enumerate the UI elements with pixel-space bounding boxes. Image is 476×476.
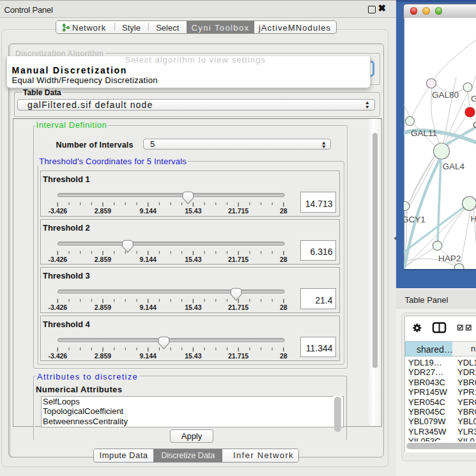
svg-text:9.144: 9.144 <box>139 207 156 215</box>
svg-text:GAL80: GAL80 <box>432 89 459 99</box>
svg-text:21.715: 21.715 <box>228 351 249 359</box>
svg-text:9.144: 9.144 <box>139 303 156 311</box>
svg-text:GA: GA <box>471 93 476 103</box>
svg-text:-3.426: -3.426 <box>48 207 67 215</box>
svg-text:9.144: 9.144 <box>139 351 156 359</box>
svg-text:21.715: 21.715 <box>228 207 249 215</box>
svg-text:-3.426: -3.426 <box>48 351 67 359</box>
svg-text:2.859: 2.859 <box>94 351 111 359</box>
svg-text:15.43: 15.43 <box>185 351 201 359</box>
svg-text:21.715: 21.715 <box>228 303 249 311</box>
svg-text:28: 28 <box>279 255 287 263</box>
svg-text:2.859: 2.859 <box>94 303 111 311</box>
svg-text:28: 28 <box>279 303 287 311</box>
svg-text:C: C <box>473 119 476 129</box>
svg-text:GAL11: GAL11 <box>411 128 437 137</box>
svg-text:GCY1: GCY1 <box>404 214 426 224</box>
svg-text:2.859: 2.859 <box>94 207 111 215</box>
svg-text:28: 28 <box>279 207 287 215</box>
svg-text:15.43: 15.43 <box>185 255 201 263</box>
svg-text:21.715: 21.715 <box>228 255 249 263</box>
svg-text:9.144: 9.144 <box>139 255 156 263</box>
svg-text:15.43: 15.43 <box>185 207 201 215</box>
svg-text:-3.426: -3.426 <box>48 255 67 263</box>
svg-text:-3.426: -3.426 <box>48 303 67 311</box>
svg-text:2.859: 2.859 <box>94 255 111 263</box>
svg-text:H: H <box>471 213 476 223</box>
svg-text:GAL4: GAL4 <box>443 161 465 171</box>
svg-text:28: 28 <box>279 351 287 359</box>
svg-text:15.43: 15.43 <box>185 303 201 311</box>
svg-text:HAP2: HAP2 <box>438 253 461 263</box>
